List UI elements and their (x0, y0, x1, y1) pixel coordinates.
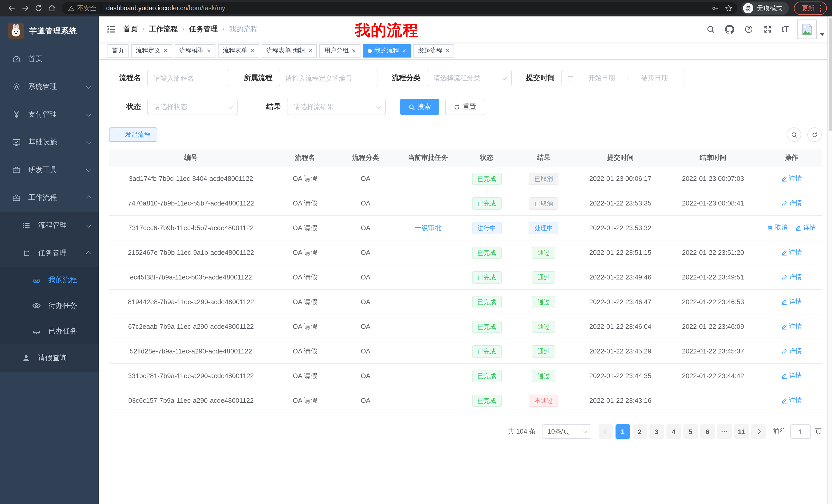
goto-page-input[interactable] (790, 424, 811, 439)
tab-process-definition[interactable]: 流程定义× (131, 44, 172, 57)
filter-process-name: 流程名 (109, 70, 229, 86)
sidebar-item-done-tasks[interactable]: 已办任务 (0, 318, 99, 344)
breadcrumb-item[interactable]: 任务管理 (189, 25, 218, 34)
home-icon[interactable] (45, 2, 59, 15)
scrollbar[interactable] (827, 17, 832, 504)
action-detail-link[interactable]: 详情 (795, 223, 816, 232)
next-page-button[interactable] (751, 424, 766, 439)
process-name-cell: OA 请假 (273, 248, 337, 257)
refresh-button[interactable] (807, 128, 822, 142)
action-detail-link[interactable]: 详情 (781, 346, 802, 355)
action-detail-link[interactable]: 详情 (781, 248, 802, 257)
sidebar-item-leave-query[interactable]: 请假查询 (0, 344, 99, 372)
action-cancel-link[interactable]: 取消 (767, 223, 788, 232)
tab-process-model[interactable]: 流程模型× (175, 44, 215, 57)
date-range-picker[interactable]: 开始日期 - 结束日期 (561, 70, 684, 86)
close-icon[interactable]: × (207, 47, 211, 54)
tab-my-processes[interactable]: 我的流程× (363, 44, 411, 57)
action-detail-link[interactable]: 详情 (781, 322, 802, 331)
page-button-11[interactable]: 11 (734, 424, 749, 439)
start-process-button[interactable]: 发起流程 (109, 128, 157, 142)
close-icon[interactable]: × (163, 47, 167, 54)
page-size-select[interactable]: 10条/页 (542, 424, 591, 439)
result-select[interactable]: 请选择流结果 (287, 99, 386, 115)
process-category-cell: OA (337, 347, 394, 355)
search-button[interactable]: 搜索 (400, 99, 439, 115)
hamburger-icon[interactable] (99, 17, 123, 42)
table-row: 2152467e-7b9b-11ec-9a1b-acde48001122OA 请… (109, 241, 822, 265)
breadcrumb-item[interactable]: 首页 (123, 25, 138, 34)
close-icon[interactable]: × (251, 47, 254, 54)
page-button-4[interactable]: 4 (667, 424, 681, 439)
action-detail-link[interactable]: 详情 (781, 297, 802, 306)
filter-label: 结果 (252, 102, 281, 111)
status-badge: 已完成 (472, 197, 502, 209)
tab-process-form-edit[interactable]: 流程表单-编辑× (262, 44, 317, 57)
page-button-1[interactable]: 1 (616, 424, 630, 439)
close-icon[interactable]: × (309, 47, 312, 54)
help-icon[interactable] (744, 24, 754, 34)
sidebar-item-dev-tools[interactable]: 研发工具 (0, 156, 99, 184)
page-button-5[interactable]: 5 (683, 424, 698, 439)
tab-label: 发起流程 (418, 46, 442, 55)
breadcrumb-item[interactable]: 工作流程 (149, 25, 178, 34)
reset-button[interactable]: 重置 (445, 99, 485, 115)
column-header: 提交时间 (576, 153, 665, 162)
sidebar-item-infrastructure[interactable]: 基础设施 (0, 129, 99, 156)
page-button-3[interactable]: 3 (649, 424, 664, 439)
search-icon[interactable] (705, 24, 716, 34)
process-name-cell: OA 请假 (273, 371, 337, 381)
chevron-down-icon (86, 83, 91, 89)
action-detail-link[interactable]: 详情 (781, 174, 802, 183)
bookmark-star-icon[interactable] (722, 2, 735, 15)
close-icon[interactable]: × (402, 47, 406, 54)
scrollbar-thumb[interactable] (829, 18, 832, 131)
back-icon[interactable] (5, 2, 19, 15)
action-detail-link[interactable]: 详情 (781, 371, 802, 380)
action-detail-link[interactable]: 详情 (781, 273, 802, 281)
tab-home[interactable]: 首页 (107, 44, 129, 57)
category-select[interactable]: 请选择流程分类 (427, 70, 512, 86)
password-key-icon[interactable] (709, 2, 722, 15)
browser-update-menu-button[interactable]: 更新 (794, 2, 827, 15)
action-detail-link[interactable]: 详情 (781, 396, 802, 404)
sidebar-item-label: 我的流程 (48, 275, 77, 285)
tab-start-process[interactable]: 发起流程× (413, 44, 454, 57)
security-label[interactable]: 不安全 (77, 4, 97, 12)
process-definition-input[interactable] (279, 70, 378, 86)
prev-page-button[interactable] (599, 424, 613, 439)
tab-user-group[interactable]: 用户分组× (319, 44, 361, 57)
sidebar-item-todo-tasks[interactable]: 待办任务 (0, 293, 99, 318)
sidebar-item-payment-management[interactable]: 支付管理 (0, 101, 99, 129)
action-detail-link[interactable]: 详情 (781, 199, 802, 207)
page-button-6[interactable]: 6 (700, 424, 715, 439)
show-search-button[interactable] (787, 128, 801, 142)
sidebar-item-label: 支付管理 (28, 110, 57, 119)
sidebar-item-home[interactable]: 首页 (0, 45, 99, 73)
process-category-cell: OA (337, 224, 394, 232)
fullscreen-icon[interactable] (762, 24, 773, 34)
pager-ellipsis[interactable]: ··· (717, 424, 732, 439)
sidebar-item-workflow[interactable]: 工作流程 (0, 184, 99, 212)
forward-icon[interactable] (19, 2, 32, 15)
status-select[interactable]: 请选择状态 (147, 99, 238, 115)
reload-icon[interactable] (32, 2, 45, 15)
status-cell: 已完成 (462, 197, 512, 209)
page-button-2[interactable]: 2 (632, 424, 647, 439)
close-icon[interactable]: × (352, 47, 356, 54)
github-icon[interactable] (725, 24, 735, 34)
process-name-cell: OA 请假 (273, 174, 337, 183)
task-link[interactable]: 一级审批 (414, 224, 441, 231)
app-logo[interactable]: 芋道管理系统 (0, 17, 99, 45)
url-path: /bpm/task/my (187, 5, 225, 12)
address-bar[interactable]: 不安全 dashboard.yudao.iocoder.cn/bpm/task/… (62, 2, 737, 15)
user-menu[interactable] (797, 20, 825, 39)
sidebar-item-process-management[interactable]: 流程管理 (0, 212, 99, 240)
sidebar-item-system-management[interactable]: 系统管理 (0, 73, 99, 101)
font-size-icon[interactable]: tT (782, 25, 788, 34)
sidebar-item-task-management[interactable]: 任务管理 (0, 240, 99, 267)
sidebar-item-my-processes[interactable]: 我的流程 (0, 267, 99, 293)
tab-process-form[interactable]: 流程表单× (218, 44, 259, 57)
process-name-input[interactable] (147, 70, 229, 86)
close-icon[interactable]: × (446, 47, 449, 54)
